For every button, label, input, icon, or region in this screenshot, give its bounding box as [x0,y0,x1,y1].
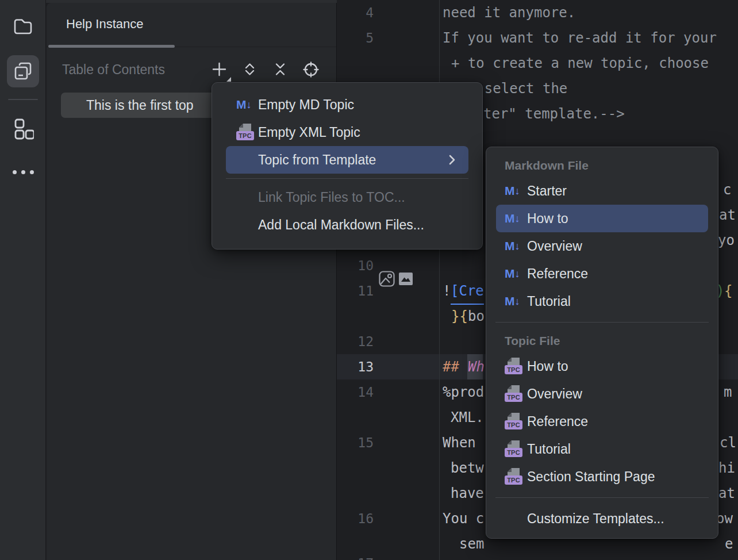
submenu-header-markdown: Markdown File [486,154,718,177]
code-fragment: at [718,481,735,506]
line-number: 17 [337,551,374,560]
menu-item-label: Link Topic Files to TOC... [258,190,405,205]
help-instance-tool-button[interactable] [7,55,39,87]
code-fragment: }{ [451,304,468,329]
code-fragment: ! [443,278,451,304]
panel-header: Help Instance [47,3,336,47]
line-number-current: 13 [337,354,374,379]
toc-add-context-menu: M↓ Empty MD Topic TPC Empty XML Topic To… [212,82,483,250]
code-fragment: { [724,278,732,304]
submenu-item-reference-md[interactable]: M↓ Reference [486,260,718,287]
active-tab-underline [48,45,175,48]
submenu-item-tutorial-md[interactable]: M↓ Tutorial [486,287,718,315]
code-line: sem [459,531,484,557]
submenu-item-how-to-md[interactable]: M↓ How to [496,205,708,232]
menu-separator [495,497,709,498]
markdown-file-icon: M↓ [505,287,520,315]
submenu-item-section-starting-page[interactable]: TPC Section Starting Page [486,463,718,490]
topic-file-icon: TPC [505,408,522,435]
instances-icon [13,61,33,82]
toc-toolbar [212,62,318,79]
locate-selection-button[interactable] [303,62,318,77]
code-line: betw [451,455,484,481]
code-line: have [451,481,484,506]
more-icon-dot [21,170,25,174]
expand-all-button[interactable] [242,62,257,77]
submenu-item-overview-tpc[interactable]: TPC Overview [486,380,718,408]
add-topic-button[interactable] [212,62,227,77]
menu-item-empty-xml-topic[interactable]: TPC Empty XML Topic [212,118,482,146]
menu-item-label: Customize Templates... [527,511,664,526]
menu-item-label: How to [527,359,568,374]
markdown-file-icon: M↓ [505,260,520,287]
line-number: 11 [337,278,374,304]
expand-all-icon [242,62,257,77]
markdown-file-icon: M↓ [505,177,520,205]
image-outline-gutter-icon[interactable] [378,270,395,287]
menu-item-label: Topic from Template [258,152,376,167]
code-line: %prod [443,379,484,405]
plus-icon [212,62,227,77]
line-number: 16 [337,506,374,531]
menu-item-label: Empty MD Topic [258,97,354,112]
more-tool-windows-button[interactable] [13,170,36,174]
crosshair-icon [303,62,319,78]
more-icon [13,170,17,174]
more-icon-dot2 [30,170,34,174]
menu-item-topic-from-template[interactable]: Topic from Template [226,146,468,174]
project-tool-button[interactable] [7,10,39,43]
submenu-item-starter[interactable]: M↓ Starter [486,177,718,205]
heading-hashes: ## [443,354,459,379]
menu-item-label: Section Starting Page [527,469,655,484]
code-line: ter" template.--> [483,101,625,126]
submenu-item-reference-tpc[interactable]: TPC Reference [486,408,718,435]
menu-item-empty-md-topic[interactable]: M↓ Empty MD Topic [212,91,482,118]
collapse-all-button[interactable] [272,62,288,77]
line-number: 15 [337,430,374,455]
menu-item-add-local-markdown[interactable]: Add Local Markdown Files... [212,211,482,239]
line-number: 10 [337,253,374,278]
menu-separator [226,178,468,179]
menu-item-label: Overview [527,386,582,401]
menu-item-label: How to [527,211,568,226]
menu-item-label: Tutorial [527,442,571,457]
menu-separator [495,322,709,323]
code-line: + to create a new topic, choose [451,51,709,76]
markdown-file-icon: M↓ [236,91,252,118]
line-number: 12 [337,329,374,354]
markdown-file-icon: M↓ [505,232,520,260]
menu-item-label: Starter [527,183,567,198]
activity-bar-divider [8,99,38,100]
code-fragment: c [723,177,731,202]
line-number: 4 [337,0,374,25]
submenu-item-tutorial-tpc[interactable]: TPC Tutorial [486,435,718,463]
line-number: 14 [337,379,374,405]
submenu-header-topic: Topic File [486,329,718,352]
code-fragment: bo [468,304,485,329]
topic-file-icon: TPC [505,352,522,380]
code-fragment: at [719,202,736,228]
code-line: If you want to re-add it for your [443,25,717,51]
code-fragment: hi [718,455,735,481]
code-line: XML. [451,405,484,430]
code-line: You c [443,506,484,531]
code-fragment: yo [718,228,735,253]
ide-window: Help Instance Table of Contents [0,0,738,560]
dropdown-corner-icon [226,77,231,82]
submenu-item-how-to-tpc[interactable]: TPC How to [486,352,718,380]
code-fragment: cl [720,430,736,455]
template-submenu: Markdown File M↓ Starter M↓ How to M↓ Ov… [486,147,718,539]
topic-file-icon: TPC [505,435,522,463]
menu-item-label: Tutorial [527,294,571,309]
code-line: When [443,430,476,455]
panel-title: Help Instance [66,17,144,32]
activity-bar [0,0,46,560]
image-filled-gutter-icon[interactable] [399,273,413,285]
code-link: [Cre [451,278,484,305]
submenu-item-customize-templates[interactable]: Customize Templates... [486,505,718,532]
menu-item-link-topic-files: Link Topic Files to TOC... [212,183,482,211]
structure-tool-button[interactable] [7,113,39,145]
folder-icon [13,16,33,37]
menu-item-label: Overview [527,239,582,254]
submenu-item-overview-md[interactable]: M↓ Overview [486,232,718,260]
